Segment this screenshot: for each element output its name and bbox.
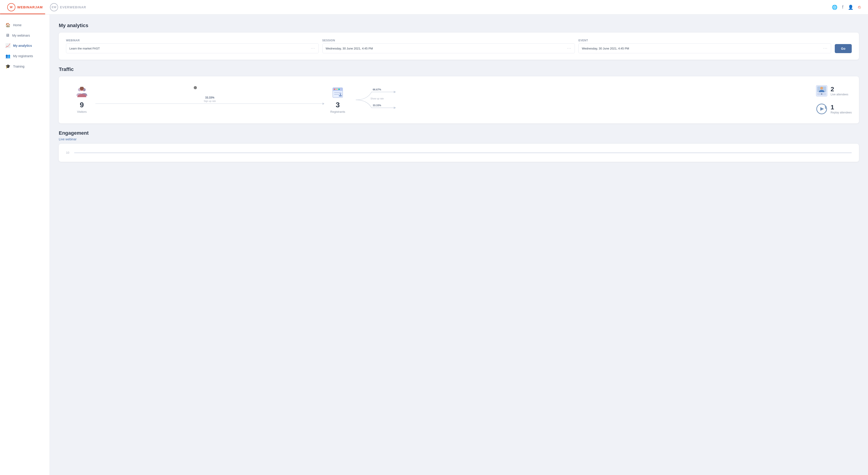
registrants-icon: 👥 — [5, 54, 10, 59]
svg-rect-9 — [334, 92, 341, 93]
replay-attendees-label: Replay attendees — [831, 111, 852, 114]
live-attendees-count: 2 — [831, 86, 848, 93]
webinars-icon: 🖥 — [5, 33, 9, 38]
y-axis-label: 10 — [66, 151, 71, 154]
svg-point-8 — [338, 89, 340, 90]
svg-text:66.67%: 66.67% — [373, 88, 381, 91]
event-select[interactable]: Wednesday, 30 June 2021, 4:45 PM ··· — [579, 43, 831, 53]
webinar-label: Webinar — [66, 39, 319, 42]
webinar-value: Learn the market FAST — [69, 47, 100, 50]
engagement-chart-row: 10 — [66, 150, 852, 154]
visitors-label: Visitors — [70, 110, 93, 114]
user-icon[interactable]: 👤 — [848, 4, 854, 10]
visitors-icon-wrap — [70, 86, 93, 99]
replay-attendees-info: 1 Replay attendees — [831, 104, 852, 114]
visitors-svg-icon — [75, 87, 88, 98]
traffic-card: 9 Visitors 33.33% Sign up rate — [59, 76, 859, 123]
sidebar-item-my-analytics[interactable]: 📈 My analytics — [0, 40, 50, 51]
sidebar-item-training[interactable]: 🎓 Training — [0, 61, 50, 72]
replay-attendees-icon — [816, 103, 828, 115]
sidebar-item-home[interactable]: 🏠 Home — [0, 20, 50, 30]
header-actions: 🌐 f 👤 ⎋ — [832, 4, 861, 10]
session-label: Session — [322, 39, 575, 42]
visitors-count: 9 — [70, 101, 93, 109]
analytics-title: My analytics — [59, 23, 859, 29]
sidebar-item-my-registrants[interactable]: 👥 My registrants — [0, 51, 50, 61]
analytics-icon: 📈 — [5, 43, 10, 48]
branch-svg: 66.67% 33.33% Show up rate — [353, 86, 399, 114]
wj-logo-circle: W — [7, 3, 16, 11]
analytics-card: Webinar Learn the market FAST ··· Sessio… — [59, 33, 859, 60]
sidebar-item-label: My analytics — [13, 44, 32, 48]
svg-marker-14 — [394, 107, 396, 109]
registrants-svg-icon — [332, 87, 344, 98]
replay-attendees-node: 1 Replay attendees — [816, 103, 852, 115]
sidebar: 🏠 Home 🖥 My webinars 📈 My analytics 👥 My… — [0, 14, 50, 475]
sidebar-item-label: Training — [13, 65, 24, 68]
home-icon: 🏠 — [5, 23, 10, 28]
globe-icon[interactable]: 🌐 — [832, 4, 837, 10]
svg-marker-13 — [394, 91, 396, 93]
registrants-icon-wrap — [327, 86, 349, 99]
visitors-node: 9 Visitors — [70, 86, 93, 114]
event-label: Event — [579, 39, 831, 42]
everwebinar-logo[interactable]: EW EVERWEBINAR — [50, 3, 86, 11]
svg-text:33.33%: 33.33% — [373, 104, 381, 107]
session-select[interactable]: Wednesday, 30 June 2021, 4:45 PM ··· — [322, 43, 575, 53]
facebook-icon[interactable]: f — [842, 4, 843, 10]
engagement-bar — [74, 152, 852, 153]
live-attendees-node: 2 Live attendees — [816, 85, 852, 97]
svg-text:Show up rate: Show up rate — [370, 97, 384, 100]
webinar-col: Webinar Learn the market FAST ··· — [66, 39, 319, 53]
engagement-card: 10 — [59, 144, 859, 162]
replay-svg-icon — [816, 103, 828, 115]
engagement-title: Engagement — [59, 130, 859, 136]
svg-point-7 — [336, 89, 338, 90]
registrants-node: 3 Registrants — [327, 86, 349, 114]
attendees-column: 2 Live attendees — [816, 85, 852, 115]
webinarjam-logo[interactable]: W WEBINARJAM — [7, 3, 43, 11]
session-dots: ··· — [567, 46, 571, 51]
session-value: Wednesday, 30 June 2021, 4:45 PM — [326, 47, 373, 50]
registrants-label: Registrants — [327, 110, 349, 114]
svg-marker-24 — [820, 107, 824, 111]
sidebar-item-my-webinars[interactable]: 🖥 My webinars — [0, 30, 50, 40]
live-attendees-icon — [816, 85, 828, 97]
branch-arrows: 66.67% 33.33% Show up rate — [349, 86, 815, 114]
svg-point-12 — [340, 94, 341, 95]
logo-underline — [0, 13, 45, 14]
event-dots: ··· — [823, 46, 828, 51]
main-content: My analytics Webinar Learn the market FA… — [50, 14, 868, 475]
session-col: Session Wednesday, 30 June 2021, 4:45 PM… — [322, 39, 575, 53]
header: W WEBINARJAM EW EVERWEBINAR 🌐 f 👤 ⎋ — [0, 0, 868, 14]
traffic-title: Traffic — [59, 66, 859, 72]
ew-logo-circle: EW — [50, 3, 58, 11]
svg-point-6 — [334, 89, 335, 90]
sidebar-item-label: My webinars — [12, 34, 30, 37]
live-webinar-label: Live webinar — [59, 137, 859, 141]
svg-point-20 — [820, 87, 823, 90]
analytics-form: Webinar Learn the market FAST ··· Sessio… — [66, 39, 852, 53]
header-logos: W WEBINARJAM EW EVERWEBINAR — [7, 3, 86, 11]
live-attendees-label: Live attendees — [831, 93, 848, 96]
live-attendees-svg — [816, 85, 828, 97]
webinar-select[interactable]: Learn the market FAST ··· — [66, 43, 319, 53]
webinar-dots: ··· — [311, 46, 315, 51]
traffic-flow: 9 Visitors 33.33% Sign up rate — [66, 83, 852, 117]
registrants-count: 3 — [327, 101, 349, 109]
replay-attendees-count: 1 — [831, 104, 852, 111]
training-icon: 🎓 — [5, 64, 10, 69]
logout-icon[interactable]: ⎋ — [858, 4, 861, 10]
sidebar-item-label: My registrants — [13, 54, 33, 58]
sidebar-item-label: Home — [13, 23, 22, 27]
live-attendees-info: 2 Live attendees — [831, 86, 848, 96]
go-button[interactable]: Go — [835, 44, 852, 53]
signup-label: Sign up rate — [204, 100, 216, 102]
svg-point-22 — [821, 93, 822, 95]
event-value: Wednesday, 30 June 2021, 4:45 PM — [582, 47, 629, 50]
signup-arrow: 33.33% Sign up rate — [93, 96, 327, 104]
event-col: Event Wednesday, 30 June 2021, 4:45 PM ·… — [579, 39, 831, 53]
signup-rate: 33.33% — [205, 96, 215, 99]
layout: 🏠 Home 🖥 My webinars 📈 My analytics 👥 My… — [0, 14, 868, 475]
